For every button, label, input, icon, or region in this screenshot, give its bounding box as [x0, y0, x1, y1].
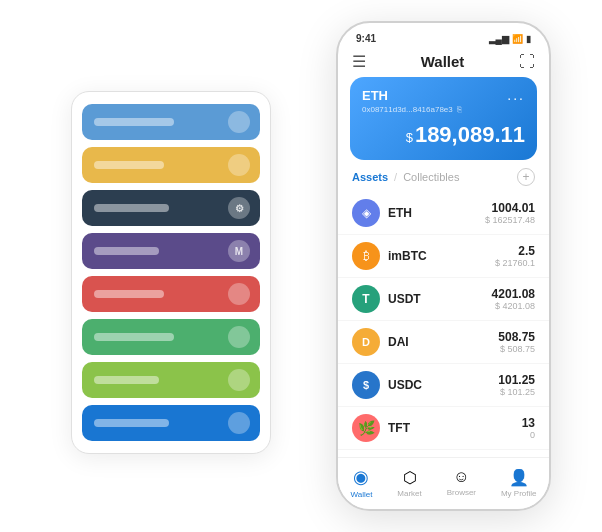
- asset-usd-imbtc: $ 21760.1: [495, 258, 535, 268]
- market-nav-label: Market: [397, 489, 421, 498]
- asset-values-dai: 508.75 $ 508.75: [498, 330, 535, 354]
- asset-usd-usdc: $ 101.25: [498, 387, 535, 397]
- asset-amount-imbtc: 2.5: [495, 244, 535, 258]
- card-row-6[interactable]: [82, 319, 260, 355]
- wallet-nav-icon: ◉: [353, 466, 369, 488]
- eth-card[interactable]: ETH ... 0x08711d3d...8416a78e3 ⎘ $189,08…: [350, 77, 537, 160]
- expand-icon[interactable]: ⛶: [519, 53, 535, 71]
- nav-item-wallet[interactable]: ◉ Wallet: [350, 466, 372, 499]
- wifi-icon: 📶: [512, 34, 523, 44]
- card-icon-1: [228, 111, 250, 133]
- status-bar: 9:41 ▂▄▆ 📶 ▮: [338, 23, 549, 48]
- dai-icon: D: [352, 328, 380, 356]
- imbtc-icon: ₿: [352, 242, 380, 270]
- menu-icon[interactable]: ☰: [352, 52, 366, 71]
- asset-usd-eth: $ 162517.48: [485, 215, 535, 225]
- eth-icon: ◈: [352, 199, 380, 227]
- assets-tabs: Assets / Collectibles: [352, 171, 459, 183]
- card-label-bar: [94, 247, 159, 255]
- asset-usd-tft: 0: [522, 430, 535, 440]
- card-icon-3: ⚙: [228, 197, 250, 219]
- asset-name-tft: TFT: [388, 421, 522, 435]
- asset-item-imbtc[interactable]: ₿ imBTC 2.5 $ 21760.1: [338, 235, 549, 278]
- asset-amount-usdt: 4201.08: [492, 287, 535, 301]
- asset-name-usdt: USDT: [388, 292, 492, 306]
- asset-amount-eth: 1004.01: [485, 201, 535, 215]
- asset-amount-dai: 508.75: [498, 330, 535, 344]
- card-row-5[interactable]: [82, 276, 260, 312]
- asset-usd-dai: $ 508.75: [498, 344, 535, 354]
- card-icon-5: [228, 283, 250, 305]
- asset-item-usdc[interactable]: $ USDC 101.25 $ 101.25: [338, 364, 549, 407]
- asset-name-imbtc: imBTC: [388, 249, 495, 263]
- scene: ⚙ M 9:41 ▂▄▆ 📶 ▮: [11, 11, 591, 521]
- phone-shell: 9:41 ▂▄▆ 📶 ▮ ☰ Wallet ⛶ ETH ... 0x08711d…: [336, 21, 551, 511]
- asset-list: ◈ ETH 1004.01 $ 162517.48 ₿ imBTC 2.5 $ …: [338, 192, 549, 457]
- asset-values-imbtc: 2.5 $ 21760.1: [495, 244, 535, 268]
- tab-collectibles[interactable]: Collectibles: [403, 171, 459, 183]
- card-label-bar: [94, 118, 174, 126]
- card-icon-4: M: [228, 240, 250, 262]
- asset-name-eth: ETH: [388, 206, 485, 220]
- card-icon-8: [228, 412, 250, 434]
- asset-amount-usdc: 101.25: [498, 373, 535, 387]
- asset-item-dai[interactable]: D DAI 508.75 $ 508.75: [338, 321, 549, 364]
- asset-values-tft: 13 0: [522, 416, 535, 440]
- assets-header: Assets / Collectibles +: [338, 168, 549, 192]
- eth-card-dots[interactable]: ...: [507, 87, 525, 103]
- asset-values-eth: 1004.01 $ 162517.48: [485, 201, 535, 225]
- browser-nav-icon: ☺: [453, 468, 469, 486]
- nav-item-browser[interactable]: ☺ Browser: [447, 468, 476, 497]
- asset-name-usdc: USDC: [388, 378, 498, 392]
- card-label-bar: [94, 290, 164, 298]
- card-stack: ⚙ M: [71, 91, 271, 454]
- card-label-bar: [94, 333, 174, 341]
- nav-item-profile[interactable]: 👤 My Profile: [501, 468, 537, 498]
- card-row-2[interactable]: [82, 147, 260, 183]
- tab-separator: /: [394, 171, 397, 183]
- card-label-bar: [94, 376, 159, 384]
- signal-icon: ▂▄▆: [489, 34, 509, 44]
- asset-name-dai: DAI: [388, 335, 498, 349]
- eth-card-header: ETH ...: [362, 87, 525, 103]
- card-row-1[interactable]: [82, 104, 260, 140]
- asset-item-usdt[interactable]: T USDT 4201.08 $ 4201.08: [338, 278, 549, 321]
- eth-card-label: ETH: [362, 88, 388, 103]
- tab-assets[interactable]: Assets: [352, 171, 388, 183]
- card-icon-2: [228, 154, 250, 176]
- status-time: 9:41: [356, 33, 376, 44]
- market-nav-icon: ⬡: [403, 468, 417, 487]
- battery-icon: ▮: [526, 34, 531, 44]
- asset-amount-tft: 13: [522, 416, 535, 430]
- asset-values-usdc: 101.25 $ 101.25: [498, 373, 535, 397]
- nav-item-market[interactable]: ⬡ Market: [397, 468, 421, 498]
- card-row-4[interactable]: M: [82, 233, 260, 269]
- browser-nav-label: Browser: [447, 488, 476, 497]
- tft-icon: 🌿: [352, 414, 380, 442]
- page-title: Wallet: [421, 53, 465, 70]
- bottom-nav: ◉ Wallet ⬡ Market ☺ Browser 👤 My Profile: [338, 457, 549, 509]
- add-asset-button[interactable]: +: [517, 168, 535, 186]
- top-nav: ☰ Wallet ⛶: [338, 48, 549, 77]
- status-icons: ▂▄▆ 📶 ▮: [489, 34, 531, 44]
- card-row-3[interactable]: ⚙: [82, 190, 260, 226]
- asset-item-eth[interactable]: ◈ ETH 1004.01 $ 162517.48: [338, 192, 549, 235]
- eth-balance: $189,089.11: [362, 122, 525, 148]
- card-row-7[interactable]: [82, 362, 260, 398]
- card-icon-6: [228, 326, 250, 348]
- dollar-sign: $: [406, 130, 413, 145]
- copy-icon[interactable]: ⎘: [457, 105, 462, 114]
- usdt-icon: T: [352, 285, 380, 313]
- wallet-nav-label: Wallet: [350, 490, 372, 499]
- card-row-8[interactable]: [82, 405, 260, 441]
- eth-address: 0x08711d3d...8416a78e3 ⎘: [362, 105, 525, 114]
- asset-item-tft[interactable]: 🌿 TFT 13 0: [338, 407, 549, 450]
- asset-usd-usdt: $ 4201.08: [492, 301, 535, 311]
- profile-nav-label: My Profile: [501, 489, 537, 498]
- card-label-bar: [94, 204, 169, 212]
- usdc-icon: $: [352, 371, 380, 399]
- profile-nav-icon: 👤: [509, 468, 529, 487]
- card-icon-7: [228, 369, 250, 391]
- card-label-bar: [94, 419, 169, 427]
- asset-values-usdt: 4201.08 $ 4201.08: [492, 287, 535, 311]
